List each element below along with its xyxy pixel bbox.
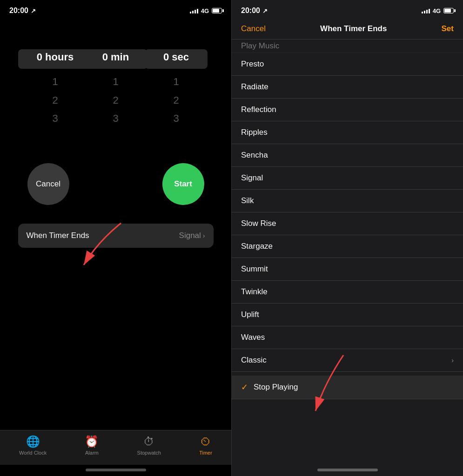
hours-column[interactable]: 0 hours 1 2 3 (25, 49, 86, 128)
tab-alarm-label: Alarm (85, 450, 99, 456)
reflection-label: Reflection (241, 105, 454, 114)
sound-item-stargaze[interactable]: Stargaze (232, 235, 463, 258)
seconds-numbers: 1 2 3 (173, 73, 179, 128)
hours-highlight: 0 hours (18, 49, 92, 69)
sound-item-summit[interactable]: Summit (232, 258, 463, 281)
right-phone: 20:00 ↗ 4G Cancel When Timer Ends Set Pl… (231, 0, 463, 476)
status-right: 4G (190, 7, 222, 14)
minutes-unit: min (111, 51, 129, 63)
left-phone: 20:00 ↗ 4G 0 hours (0, 0, 231, 476)
tab-bar: 🌐 World Clock ⏰ Alarm ⏱ Stopwatch ⏲ Time… (0, 430, 231, 465)
uplift-label: Uplift (241, 310, 454, 319)
seconds-column[interactable]: 0 sec 1 2 3 (146, 49, 207, 128)
seconds-highlight: 0 sec (145, 49, 208, 69)
signal-icon (190, 8, 198, 13)
sound-item-ripples[interactable]: Ripples (232, 121, 463, 144)
tab-alarm[interactable]: ⏰ Alarm (85, 435, 99, 456)
hours-numbers: 1 2 3 (52, 73, 58, 128)
stopwatch-icon: ⏱ (143, 435, 154, 448)
status-right-right: 4G (422, 7, 454, 14)
location-icon: ↗ (31, 7, 36, 14)
sound-item-sencha[interactable]: Sencha (232, 144, 463, 167)
classic-chevron: › (451, 357, 454, 364)
battery-icon-right (443, 8, 454, 13)
time-columns: 0 hours 1 2 3 0 min (25, 46, 207, 131)
when-timer-value: Signal › (179, 231, 205, 240)
network-label: 4G (201, 7, 209, 14)
tab-timer[interactable]: ⏲ Timer (199, 435, 212, 456)
tab-world-clock[interactable]: 🌐 World Clock (19, 435, 47, 456)
when-timer-ends-row[interactable]: When Timer Ends Signal › (18, 224, 214, 248)
signal-icon-right (422, 8, 430, 13)
sound-item-presto[interactable]: Presto (232, 53, 463, 76)
seconds-value: 0 (163, 51, 169, 63)
arrow-annotation-2 (241, 346, 371, 420)
timer-picker: 0 hours 1 2 3 0 min (0, 19, 231, 430)
nav-title: When Timer Ends (320, 24, 387, 33)
time-right: 20:00 (241, 7, 260, 15)
when-timer-sound: Signal (179, 231, 201, 240)
slow-rise-label: Slow Rise (241, 219, 454, 228)
timer-icon: ⏲ (200, 435, 211, 448)
minutes-column[interactable]: 0 min 1 2 3 (86, 49, 146, 128)
battery-icon (212, 8, 222, 13)
ripples-label: Ripples (241, 128, 454, 137)
radiate-label: Radiate (241, 82, 454, 92)
hours-unit: hours (45, 51, 74, 63)
twinkle-label: Twinkle (241, 287, 454, 297)
tab-timer-label: Timer (199, 450, 212, 456)
summit-label: Summit (241, 264, 454, 274)
sound-item-silk[interactable]: Silk (232, 190, 463, 212)
status-bar-right: 20:00 ↗ 4G (232, 0, 463, 19)
tab-world-clock-label: World Clock (19, 450, 47, 456)
waves-label: Waves (241, 333, 454, 342)
nav-cancel-button[interactable]: Cancel (241, 24, 266, 33)
when-timer-chevron: › (203, 232, 205, 239)
hours-value: 0 (37, 51, 42, 63)
tab-stopwatch[interactable]: ⏱ Stopwatch (137, 435, 161, 456)
sound-item-reflection[interactable]: Reflection (232, 99, 463, 121)
sencha-label: Sencha (241, 151, 454, 160)
nav-set-button[interactable]: Set (442, 24, 454, 33)
time-left: 20:00 (9, 7, 28, 15)
presto-label: Presto (241, 60, 454, 69)
play-music-label: Play Music (241, 41, 454, 51)
sound-item-signal[interactable]: Signal (232, 167, 463, 190)
nav-header: Cancel When Timer Ends Set (232, 19, 463, 40)
sound-list: Play Music Presto Radiate Reflection Rip… (232, 40, 463, 465)
seconds-unit: sec (172, 51, 189, 63)
sound-item-play-music[interactable]: Play Music (232, 40, 463, 53)
minutes-numbers: 1 2 3 (113, 73, 118, 128)
silk-label: Silk (241, 196, 454, 205)
world-clock-icon: 🌐 (26, 435, 40, 448)
status-left-right: 20:00 ↗ (241, 7, 268, 15)
sound-item-twinkle[interactable]: Twinkle (232, 281, 463, 304)
network-label-right: 4G (433, 7, 441, 14)
minutes-highlight: 0 min (84, 49, 148, 69)
tab-stopwatch-label: Stopwatch (137, 450, 161, 456)
alarm-icon: ⏰ (85, 435, 99, 448)
location-icon-right: ↗ (262, 7, 268, 14)
minutes-value: 0 (102, 51, 108, 63)
signal-label: Signal (241, 173, 454, 183)
home-indicator-right (317, 469, 378, 471)
sound-item-slow-rise[interactable]: Slow Rise (232, 212, 463, 235)
timer-buttons: Cancel Start (27, 163, 204, 205)
stargaze-label: Stargaze (241, 242, 454, 251)
cancel-button[interactable]: Cancel (27, 163, 69, 205)
home-indicator-left (86, 469, 146, 471)
status-bar-left: 20:00 ↗ 4G (0, 0, 231, 19)
sound-item-uplift[interactable]: Uplift (232, 304, 463, 326)
when-timer-label: When Timer Ends (27, 231, 89, 240)
status-left: 20:00 ↗ (9, 7, 36, 15)
sound-item-radiate[interactable]: Radiate (232, 76, 463, 99)
start-button[interactable]: Start (162, 163, 204, 205)
